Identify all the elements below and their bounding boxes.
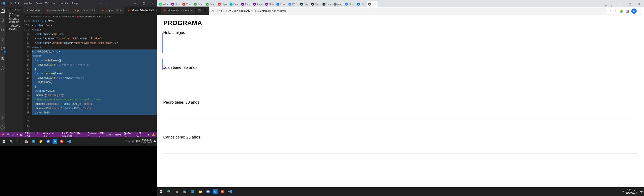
status-problems[interactable]: ⊘ 0 ⚠ 0 ⓘ 0 ✓ 54 bbox=[24, 132, 41, 138]
activity-explorer-icon[interactable] bbox=[0, 8, 5, 14]
tray-lang[interactable]: ESP bbox=[136, 140, 140, 143]
tab-primer-test[interactable]: ◆primer_test.html bbox=[44, 7, 72, 14]
bc-file[interactable]: calcularEdades.html bbox=[80, 15, 101, 18]
chrome-tab[interactable]: ●ca× bbox=[367, 1, 378, 8]
tab-calculo-consumo[interactable]: ◆calculo_consumo.html bbox=[161, 7, 196, 14]
chrome2-icon[interactable] bbox=[58, 138, 65, 144]
menu-go[interactable]: Go bbox=[44, 2, 50, 5]
status-run-icon[interactable]: ▷ bbox=[12, 133, 14, 136]
status-search-icon[interactable]: 🔍 bbox=[7, 133, 10, 136]
status-step-icon[interactable]: ⇥ bbox=[16, 133, 18, 136]
taskview-icon[interactable]: ▭ bbox=[16, 138, 22, 144]
menu-terminal[interactable]: Terminal bbox=[58, 2, 70, 5]
menu-view[interactable]: View bbox=[35, 2, 43, 5]
status-feedback-icon[interactable]: ☻ bbox=[147, 133, 150, 136]
chrome-icon[interactable] bbox=[45, 138, 51, 144]
tray-chevron-icon[interactable]: ^ bbox=[126, 140, 127, 143]
chrome-tab[interactable]: ●prog bbox=[332, 1, 344, 8]
chrome-tab[interactable]: ●12. N bbox=[344, 1, 356, 8]
sidebar-timeline[interactable]: TIMELINE bbox=[5, 24, 24, 27]
chrome-tab[interactable]: ●Face bbox=[275, 1, 287, 8]
activity-search-icon[interactable] bbox=[0, 18, 5, 23]
explorer-icon[interactable]: 📁 bbox=[197, 188, 203, 195]
activity-debug-icon[interactable] bbox=[0, 37, 5, 42]
status-position[interactable]: Ln 38, Col 8 (824 selected) bbox=[62, 132, 86, 137]
sidebar-no-folder[interactable]: NO FOLDER OPENED bbox=[5, 12, 24, 21]
close-icon[interactable]: × bbox=[156, 9, 158, 12]
chrome-tab[interactable]: ●Hag bbox=[321, 1, 332, 8]
tray-network-icon[interactable]: 🖥 bbox=[128, 140, 130, 143]
tray-chevron-icon[interactable]: ^ bbox=[622, 190, 624, 193]
chrome-tab[interactable]: ●Foro bbox=[310, 1, 321, 8]
chrome-menu-icon[interactable]: ⋮ bbox=[639, 9, 642, 13]
menu-edit[interactable]: Edit bbox=[14, 2, 21, 5]
split-editor-icon[interactable]: ▥ bbox=[198, 8, 201, 13]
maximize-button[interactable]: ▢ bbox=[140, 2, 148, 5]
status-spellcheck[interactable]: ⚠ 27 Spell bbox=[136, 132, 145, 137]
share-icon[interactable]: ⇪ bbox=[609, 9, 612, 13]
extensions-icon[interactable]: 🧩 bbox=[620, 9, 623, 13]
chrome-tab[interactable]: ●Lógi bbox=[299, 1, 310, 8]
app-icon[interactable]: 🛍️ bbox=[182, 188, 188, 195]
activity-scm-icon[interactable] bbox=[0, 27, 5, 33]
status-golive[interactable]: 📡 Go Live bbox=[124, 132, 134, 137]
profile-avatar[interactable]: G bbox=[632, 9, 636, 14]
status-grid-icon[interactable]: ▦ bbox=[20, 133, 22, 136]
sidebar-maven[interactable]: MAVEN bbox=[5, 27, 24, 31]
tray-clock[interactable]: 9:15 p. m. 13/04/2023 bbox=[626, 189, 638, 194]
tab-dropdown-icon[interactable]: ⌄ bbox=[609, 4, 614, 8]
activity-ext-icon[interactable]: 3 bbox=[0, 47, 5, 52]
sidebar-outline[interactable]: OUTLINE bbox=[5, 21, 24, 24]
chrome-maximize-button[interactable]: ▢ bbox=[625, 1, 634, 8]
chrome-minimize-button[interactable]: — bbox=[615, 1, 625, 8]
outlook-icon[interactable]: O bbox=[52, 139, 57, 144]
more-icon[interactable]: ⋯ bbox=[203, 8, 207, 13]
chrome-tab[interactable]: ●Fwd bbox=[356, 1, 367, 8]
chrome-tab[interactable]: ●Escu bbox=[240, 1, 252, 8]
edge-icon[interactable]: 🌐 bbox=[30, 138, 36, 144]
bc-seg[interactable]: A ORACLE bbox=[30, 15, 42, 18]
chrome-tab[interactable]: ●Guía bbox=[228, 1, 240, 8]
outlook-icon[interactable]: O bbox=[213, 189, 218, 194]
tab-programa1[interactable]: ◆programa1.html bbox=[72, 7, 99, 14]
chrome-tab[interactable]: ●Univ bbox=[264, 1, 275, 8]
chrome-icon[interactable] bbox=[205, 188, 211, 195]
vscode-taskbar-icon[interactable] bbox=[227, 188, 233, 195]
remote-icon[interactable]: ⚡ bbox=[2, 133, 5, 136]
status-bell-icon[interactable]: 🔔 bbox=[152, 133, 155, 136]
start-button[interactable] bbox=[1, 138, 7, 144]
status-encoding[interactable]: UTF-8 bbox=[99, 132, 104, 137]
vscode-taskbar-icon[interactable] bbox=[66, 138, 72, 144]
nav-back-icon[interactable]: ← bbox=[100, 2, 102, 5]
nav-fwd-icon[interactable]: → bbox=[105, 2, 108, 5]
tab-program1[interactable]: ◆program1.html bbox=[99, 7, 125, 14]
status-tabnine[interactable]: ◉ tabnine starter bbox=[43, 132, 58, 137]
bc-seg[interactable]: LOGICA PROGRAMACION bbox=[45, 15, 74, 18]
menu-selection[interactable]: Selection bbox=[21, 2, 34, 5]
bc-seg[interactable]: html bbox=[106, 15, 111, 18]
edge-icon[interactable]: 🌐 bbox=[189, 188, 196, 195]
bookmark-icon[interactable]: ☆ bbox=[614, 9, 617, 13]
chrome-close-button[interactable]: ✕ bbox=[634, 1, 644, 8]
chrome-tab[interactable]: ●https bbox=[216, 1, 228, 8]
tab-welcome[interactable]: ⊞Welcome bbox=[24, 7, 44, 14]
taskview-icon[interactable]: ▭ bbox=[174, 188, 180, 195]
explorer-icon[interactable]: 📁 bbox=[38, 138, 44, 144]
activity-account-icon[interactable] bbox=[0, 116, 5, 121]
tray-clock[interactable]: 9:15 p. m. 13/04/2023 bbox=[141, 139, 152, 144]
minimize-button[interactable]: — bbox=[131, 2, 140, 5]
status-lang[interactable]: HTML bbox=[115, 133, 122, 136]
tray-volume-icon[interactable]: 🔊 bbox=[132, 140, 134, 143]
start-button[interactable] bbox=[158, 188, 164, 195]
activity-hex-icon[interactable] bbox=[0, 66, 5, 71]
status-spaces[interactable]: Spaces: 4 bbox=[88, 132, 96, 137]
activity-bold-icon[interactable]: B bbox=[0, 56, 5, 61]
new-tab-button[interactable]: + bbox=[603, 4, 609, 8]
tray-notif-icon[interactable]: 💬 bbox=[640, 190, 643, 193]
menu-file[interactable]: File bbox=[6, 2, 13, 5]
url-field[interactable]: ⓘ Archivo | E:/A%20ORACLE/LOGICA%20PROGR… bbox=[176, 8, 607, 14]
status-eol[interactable]: CRLF bbox=[106, 133, 113, 136]
chrome2-icon[interactable] bbox=[219, 188, 226, 195]
search-icon[interactable]: 🔍 bbox=[8, 138, 14, 144]
menu-help[interactable]: Help bbox=[71, 2, 79, 5]
